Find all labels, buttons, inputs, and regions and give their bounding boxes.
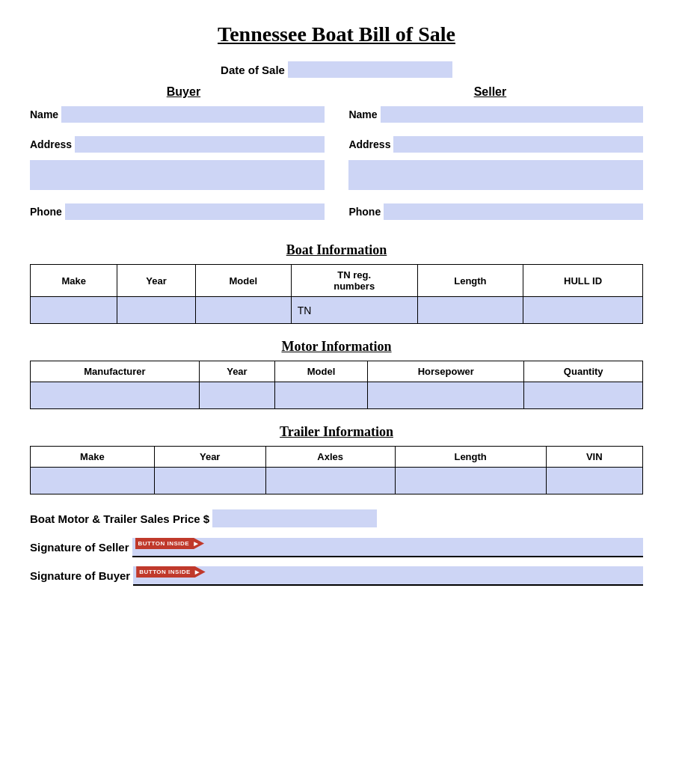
seller-name-input[interactable]: [381, 106, 643, 123]
boat-col-hull-id: HULL ID: [523, 265, 643, 297]
buyer-phone-input[interactable]: [65, 203, 325, 220]
motor-table-header-row: Manufacturer Year Model Horsepower Quant…: [31, 361, 643, 382]
buyer-signature-row: Signature of Buyer BUTTON INSIDE ►: [30, 565, 643, 586]
buyer-header: Buyer: [167, 85, 200, 99]
boat-col-model: Model: [195, 265, 291, 297]
phone-row: Phone Phone: [30, 203, 643, 227]
motor-table: Manufacturer Year Model Horsepower Quant…: [30, 361, 643, 409]
buyer-arrow-badge[interactable]: BUTTON INSIDE ►: [136, 566, 205, 578]
sales-price-section: Boat Motor & Trailer Sales Price $ Signa…: [30, 509, 643, 586]
trailer-col-vin: VIN: [546, 447, 642, 468]
seller-name-label: Name: [348, 108, 377, 120]
sales-price-label: Boat Motor & Trailer Sales Price $: [30, 512, 209, 525]
seller-phone-label: Phone: [348, 206, 381, 218]
date-input[interactable]: [288, 61, 452, 78]
motor-section-title: Motor Information: [30, 339, 643, 355]
sales-price-row: Boat Motor & Trailer Sales Price $: [30, 509, 643, 527]
boat-model-cell[interactable]: [195, 297, 291, 324]
motor-col-manufacturer: Manufacturer: [31, 361, 200, 382]
buyer-arrow-chevron-icon: ►: [194, 568, 201, 576]
seller-arrow-text: BUTTON INSIDE: [138, 540, 190, 547]
trailer-table-header-row: Make Year Axles Length VIN: [31, 447, 643, 468]
seller-signature-label: Signature of Seller: [30, 541, 129, 554]
seller-address-label: Address: [348, 138, 390, 150]
boat-col-tn-reg: TN reg.numbers: [291, 265, 417, 297]
address-row: Address Address: [30, 136, 643, 197]
buyer-signature-arrow[interactable]: BUTTON INSIDE ►: [136, 566, 205, 578]
boat-year-cell[interactable]: [117, 297, 195, 324]
trailer-axles-cell[interactable]: [265, 468, 395, 494]
motor-manufacturer-cell[interactable]: [31, 382, 200, 409]
seller-header: Seller: [474, 85, 507, 99]
buyer-seller-headers: Buyer Seller: [30, 85, 643, 99]
buyer-address-extra-input[interactable]: [30, 160, 325, 190]
seller-signature-arrow[interactable]: BUTTON INSIDE ►: [135, 538, 204, 549]
sales-price-input[interactable]: [212, 509, 377, 527]
trailer-year-cell[interactable]: [154, 468, 265, 494]
buyer-address-input[interactable]: [75, 136, 325, 153]
seller-signature-line[interactable]: [132, 538, 643, 557]
trailer-col-make: Make: [31, 447, 155, 468]
trailer-vin-cell[interactable]: [546, 468, 642, 494]
boat-hull-id-cell[interactable]: [523, 297, 643, 324]
seller-signature-row: Signature of Seller BUTTON INSIDE ►: [30, 536, 643, 557]
seller-address-extra-input[interactable]: [348, 160, 643, 190]
seller-signature-block: BUTTON INSIDE ►: [132, 536, 643, 557]
buyer-phone-label: Phone: [30, 206, 62, 218]
motor-quantity-cell[interactable]: [524, 382, 643, 409]
seller-arrow-badge[interactable]: BUTTON INSIDE ►: [135, 538, 204, 549]
buyer-phone-col: Phone: [30, 203, 325, 227]
seller-name-row: Name: [348, 106, 643, 130]
motor-col-horsepower: Horsepower: [368, 361, 524, 382]
motor-table-row: [31, 382, 643, 409]
seller-arrow-chevron-icon: ►: [192, 539, 200, 548]
boat-col-year: Year: [117, 265, 195, 297]
boat-col-make: Make: [31, 265, 117, 297]
name-row: Name Name: [30, 106, 643, 130]
trailer-make-cell[interactable]: [31, 468, 155, 494]
seller-address-input[interactable]: [393, 136, 643, 153]
buyer-address-col: Address: [30, 136, 325, 197]
buyer-name-row: Name: [30, 106, 325, 130]
trailer-length-cell[interactable]: [395, 468, 546, 494]
motor-horsepower-cell[interactable]: [368, 382, 524, 409]
boat-section-title: Boat Information: [30, 242, 643, 258]
boat-table-header-row: Make Year Model TN reg.numbers Length HU…: [31, 265, 643, 297]
buyer-name-label: Name: [30, 108, 58, 120]
motor-col-quantity: Quantity: [524, 361, 643, 382]
boat-make-cell[interactable]: [31, 297, 117, 324]
trailer-col-axles: Axles: [265, 447, 395, 468]
motor-col-model: Model: [274, 361, 367, 382]
buyer-name-input[interactable]: [61, 106, 324, 123]
buyer-signature-block: BUTTON INSIDE ►: [133, 565, 643, 586]
seller-phone-col: Phone: [348, 203, 643, 227]
boat-tn-reg-cell[interactable]: TN: [291, 297, 417, 324]
date-label: Date of Sale: [221, 64, 285, 76]
trailer-table-row: [31, 468, 643, 494]
date-row: Date of Sale: [30, 61, 643, 78]
seller-address-col: Address: [348, 136, 643, 197]
trailer-section-title: Trailer Information: [30, 424, 643, 440]
buyer-signature-line[interactable]: [133, 566, 643, 586]
boat-table-row: TN: [31, 297, 643, 324]
boat-table: Make Year Model TN reg.numbers Length HU…: [30, 264, 643, 324]
buyer-arrow-text: BUTTON INSIDE: [139, 569, 191, 575]
buyer-signature-label: Signature of Buyer: [30, 569, 130, 582]
trailer-col-length: Length: [395, 447, 546, 468]
motor-col-year: Year: [199, 361, 274, 382]
boat-col-length: Length: [417, 265, 523, 297]
trailer-col-year: Year: [154, 447, 265, 468]
page-title: Tennessee Boat Bill of Sale: [30, 22, 643, 46]
motor-model-cell[interactable]: [274, 382, 367, 409]
boat-length-cell[interactable]: [417, 297, 523, 324]
buyer-address-label: Address: [30, 138, 72, 150]
trailer-table: Make Year Axles Length VIN: [30, 446, 643, 494]
seller-phone-input[interactable]: [384, 203, 643, 220]
motor-year-cell[interactable]: [199, 382, 274, 409]
